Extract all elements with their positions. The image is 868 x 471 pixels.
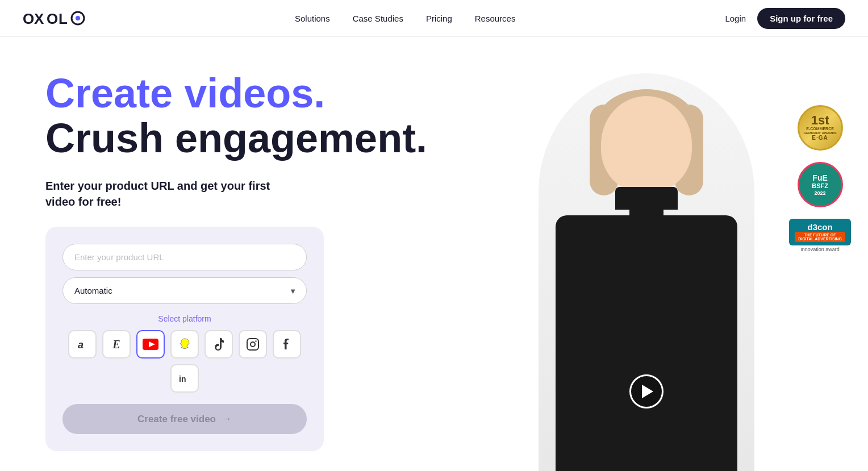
- award-fue-badge: FuE BSFZ 2022: [798, 162, 843, 207]
- person-head: [601, 96, 692, 193]
- platform-label: Select platform: [62, 314, 307, 323]
- awards-section: 1st E-COMMERCE GERMANY AWARDS E·GA FuE B…: [789, 105, 851, 252]
- platform-tiktok[interactable]: [205, 330, 233, 359]
- hero-title-line2: Crush engagement.: [45, 116, 427, 161]
- platform-facebook[interactable]: [273, 330, 301, 359]
- award-1st-label3: E·GA: [812, 135, 828, 141]
- award-1st-label2: GERMANY AWARDS: [803, 131, 836, 135]
- svg-point-11: [255, 341, 256, 342]
- svg-point-10: [251, 342, 255, 347]
- award-fue-label3: 2022: [815, 190, 826, 197]
- hero-left: Create videos. Crush engagement. Enter y…: [45, 71, 427, 451]
- award-1st-badge: 1st E-COMMERCE GERMANY AWARDS E·GA: [798, 105, 843, 151]
- svg-text:a: a: [78, 339, 84, 351]
- platform-etsy[interactable]: E: [102, 330, 131, 359]
- award-d3con-innovation: Innovation award: [800, 247, 840, 252]
- svg-rect-9: [247, 339, 258, 350]
- award-1st-label1: E-COMMERCE: [806, 127, 834, 131]
- platform-youtube[interactable]: [136, 330, 165, 359]
- nav-actions: Login Sign up for free: [725, 8, 845, 29]
- dropdown-wrap: Automatic Manual ▼: [62, 277, 307, 304]
- nav-pricing[interactable]: Pricing: [426, 14, 452, 23]
- award-d3con-wrap: d3con THE FUTURE OFDIGITAL ADVERTISING I…: [789, 219, 851, 252]
- hero-subtitle: Enter your product URL and get your firs…: [45, 178, 284, 210]
- award-fue-label1: FuE: [812, 173, 827, 183]
- logo[interactable]: O X O L: [23, 8, 85, 28]
- award-d3con-title: d3con: [807, 222, 832, 232]
- create-video-button[interactable]: Create free video →: [62, 404, 307, 434]
- platform-snapchat[interactable]: [170, 330, 199, 359]
- award-rank: 1st: [811, 114, 829, 127]
- person-body: [556, 215, 737, 471]
- nav-solutions[interactable]: Solutions: [295, 14, 330, 23]
- award-fue-label2: BSFZ: [812, 182, 828, 190]
- svg-text:X: X: [34, 10, 44, 27]
- svg-text:in: in: [179, 374, 186, 384]
- nav-case-studies[interactable]: Case Studies: [353, 14, 403, 23]
- svg-text:L: L: [59, 10, 68, 27]
- award-d3con-badge: d3con THE FUTURE OFDIGITAL ADVERTISING: [789, 219, 851, 245]
- form-card: Automatic Manual ▼ Select platform a E: [45, 227, 324, 451]
- platform-icons: a E: [62, 330, 307, 393]
- svg-text:O: O: [23, 10, 34, 27]
- avatar-container: [527, 62, 766, 471]
- svg-point-5: [76, 16, 80, 20]
- url-input[interactable]: [62, 244, 307, 270]
- nav-links: Solutions Case Studies Pricing Resources: [295, 14, 516, 23]
- platform-amazon[interactable]: a: [68, 330, 97, 359]
- create-btn-label: Create free video: [137, 414, 216, 425]
- platform-instagram[interactable]: [239, 330, 267, 359]
- person-background: [539, 73, 754, 471]
- svg-text:O: O: [47, 10, 58, 27]
- award-d3con-sub: THE FUTURE OFDIGITAL ADVERTISING: [795, 232, 845, 242]
- signup-button[interactable]: Sign up for free: [757, 8, 845, 29]
- nav-resources[interactable]: Resources: [475, 14, 516, 23]
- login-link[interactable]: Login: [725, 14, 746, 23]
- create-btn-arrow: →: [222, 413, 232, 425]
- play-button[interactable]: [629, 374, 663, 409]
- language-dropdown[interactable]: Automatic Manual: [62, 277, 307, 304]
- hero-section: Create videos. Crush engagement. Enter y…: [0, 37, 868, 471]
- navbar: O X O L Solutions Case Studies Pricing R…: [0, 0, 868, 37]
- hero-title-line1: Create videos.: [45, 71, 427, 116]
- platform-linkedin[interactable]: in: [170, 364, 199, 393]
- hero-avatar: [527, 37, 766, 471]
